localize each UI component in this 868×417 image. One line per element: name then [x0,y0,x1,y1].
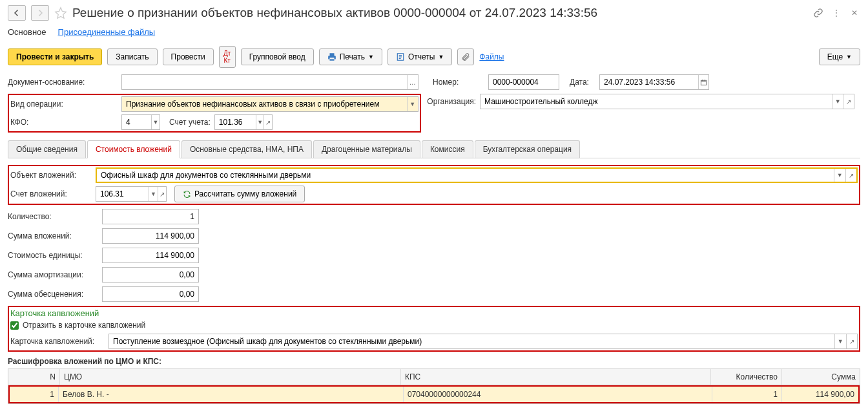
print-button[interactable]: Печать ▼ [319,48,382,65]
tab-commission[interactable]: Комиссия [422,140,473,158]
account-input-wrap: ▼ ↗ [214,114,273,130]
inv-sum-label: Сумма вложений: [8,231,98,241]
number-input[interactable] [489,75,559,89]
inv-account-dropdown-button[interactable]: ▼ [149,187,157,201]
object-input[interactable] [97,169,834,182]
number-label: Номер: [433,78,484,87]
org-dropdown-button[interactable]: ▼ [832,94,843,109]
reflect-in-card-checkbox[interactable] [10,321,19,330]
recalc-button[interactable]: Рассчитать сумму вложений [174,186,305,202]
kfo-dropdown-button[interactable]: ▼ [151,115,160,129]
doc-basis-input[interactable] [122,75,407,89]
attached-files-link[interactable]: Присоединенные файлы [58,27,156,37]
account-open-button[interactable]: ↗ [264,115,271,129]
date-input-wrap [599,74,709,90]
reports-button[interactable]: Отчеты ▼ [388,48,452,65]
qty-label: Количество: [8,212,98,221]
posting-icon-button[interactable]: ДтКт [219,46,236,68]
impair-input[interactable] [103,287,198,301]
col-cmo-header[interactable]: ЦМО [60,369,401,385]
chevron-down-icon: ▼ [409,101,415,107]
inv-sum-input[interactable] [103,229,198,243]
kfo-input[interactable] [122,115,151,129]
account-label: Счет учета: [169,118,211,127]
object-open-button[interactable]: ↗ [845,169,856,182]
op-type-label: Вид операции: [10,100,118,109]
close-icon[interactable]: ✕ [849,7,860,19]
arrow-left-icon [13,9,21,17]
chevron-down-icon: ▼ [438,54,444,60]
tab-general[interactable]: Общие сведения [8,140,86,158]
calendar-button[interactable] [698,75,708,89]
chevron-down-icon: ▼ [838,338,843,345]
nav-forward-button[interactable] [31,5,49,21]
account-input[interactable] [215,115,256,129]
amort-label: Сумма амортизации: [8,270,98,279]
post-button[interactable]: Провести [163,48,214,65]
chevron-down-icon: ▼ [150,191,156,197]
tab-fixed-assets[interactable]: Основные средства, НМА, НПА [181,140,312,158]
org-open-button[interactable]: ↗ [843,94,854,109]
object-input-wrap: ▼ ↗ [96,167,858,183]
col-n-header[interactable]: N [8,369,60,385]
nav-back-button[interactable] [8,5,26,21]
page-title: Решение о признании объектов нефинансовы… [72,6,807,20]
doc-basis-select-button[interactable]: … [407,75,418,89]
inv-account-open-button[interactable]: ↗ [158,187,166,201]
doc-basis-input-wrap: … [121,74,418,90]
col-qty-header[interactable]: Количество [711,369,782,385]
kfo-label: КФО: [10,118,118,127]
tab-investment-cost[interactable]: Стоимость вложений [87,140,180,158]
more-button[interactable]: Еще ▼ [819,48,860,65]
attach-button[interactable] [457,48,474,65]
calendar-icon [700,79,707,86]
card-section-title: Карточка капвложений [10,308,858,318]
chevron-down-icon: ▼ [257,119,263,125]
paperclip-icon [461,52,470,61]
report-icon [396,52,405,61]
cell-cmo: Белов В. Н. - [59,387,404,402]
post-and-close-button[interactable]: Провести и закрыть [8,48,102,65]
chevron-down-icon: ▼ [368,54,374,60]
inv-account-input[interactable] [96,187,149,201]
qty-input[interactable] [103,209,198,224]
col-sum-header[interactable]: Сумма [782,369,860,385]
link-icon[interactable] [812,7,824,19]
chevron-down-icon: ▼ [152,119,158,125]
tab-precious[interactable]: Драгоценные материалы [313,140,420,158]
table-title: Расшифровка вложений по ЦМО и КПС: [8,357,860,366]
doc-basis-label: Документ-основание: [8,78,118,87]
chevron-down-icon: ▼ [837,172,843,178]
op-type-dropdown-button[interactable]: ▼ [407,97,418,111]
group-input-button[interactable]: Групповой ввод [241,48,314,65]
date-input[interactable] [600,75,698,89]
svg-rect-1 [701,80,706,85]
cell-n: 1 [10,387,59,402]
cell-qty: 1 [712,387,782,402]
arrow-right-icon [36,9,44,17]
op-type-input[interactable] [122,97,407,111]
tab-accounting-op[interactable]: Бухгалтерская операция [475,140,580,158]
object-dropdown-button[interactable]: ▼ [834,169,845,182]
account-dropdown-button[interactable]: ▼ [256,115,264,129]
inv-account-label: Счет вложений: [10,189,92,198]
card-dropdown-button[interactable]: ▼ [834,334,845,348]
cell-kps: 07040000000000244 [404,387,712,402]
card-input-wrap: ▼ ↗ [108,334,858,349]
org-label: Организация: [427,97,476,106]
card-label: Карточка капвложений: [10,337,105,346]
card-open-button[interactable]: ↗ [846,334,857,348]
files-link[interactable]: Файлы [479,52,504,61]
card-input[interactable] [109,334,834,348]
table-row[interactable]: 1 Белов В. Н. - 07040000000000244 1 114 … [10,387,858,402]
op-type-input-wrap: ▼ [121,96,418,112]
unit-cost-input[interactable] [103,248,198,262]
object-label: Объект вложений: [10,171,92,180]
col-kps-header[interactable]: КПС [401,369,711,385]
amort-input[interactable] [103,268,198,282]
save-button[interactable]: Записать [107,48,157,65]
more-menu-icon[interactable]: ⋮ [831,7,842,19]
favorite-star-icon[interactable] [54,6,67,19]
main-link[interactable]: Основное [8,27,46,37]
org-input[interactable] [480,94,832,109]
